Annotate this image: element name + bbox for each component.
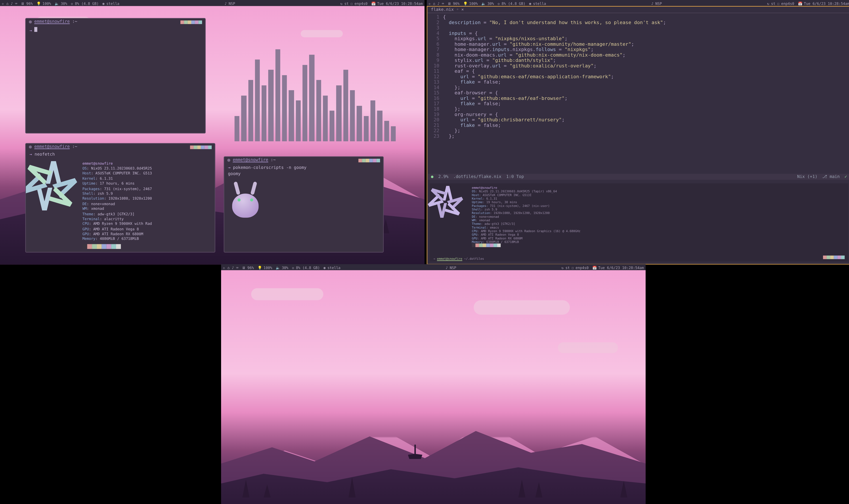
- prompt-arrow-icon: →: [30, 28, 35, 33]
- hostname-widget: ◉ stella: [323, 265, 341, 269]
- network-widget: ↻st ☐enp4s0: [561, 265, 589, 269]
- neofetch-header: emmet@snowfire: [472, 186, 580, 189]
- workspace-switcher[interactable]: ⟐ ⌂ ♪ ⌨: [223, 265, 238, 269]
- cursor-pos: 1:0 Top: [506, 175, 524, 179]
- cpu-widget: 🖥 96%: [242, 265, 254, 269]
- color-swatches: [83, 244, 152, 249]
- command-text: pokemon-colorscripts -n goomy: [233, 165, 306, 170]
- screenshot-editor: ⟐ ⌂ ♪ ⌨ 🖥 96% 💡 100% 🔈 30% ◇ 8% (4.8 GB)…: [427, 0, 849, 265]
- screenshot-desktop-clean: ⟐ ⌂ ♪ ⌨ 🖥 96% 💡 100% 🔈 30% ◇ 8% (4.8 GB)…: [221, 264, 646, 504]
- window-dot-icon: [29, 21, 32, 24]
- media-widget[interactable]: ♪ NSP: [446, 265, 456, 269]
- neofetch-info-embedded: OS: NixOS 23.11.20230603.0d45R25 (Tapir)…: [472, 190, 580, 244]
- color-swatches: [472, 244, 580, 247]
- cursor[interactable]: [35, 27, 38, 32]
- editor-statusline: ● 2.9% .dotfiles/flake.nix 1:0 Top Nix (…: [427, 174, 849, 180]
- nixos-logo-icon: [432, 186, 463, 217]
- palette-icon: [180, 20, 202, 24]
- git-branch: ⎇ main: [822, 175, 840, 179]
- hostname-widget: ◉ stella: [102, 1, 120, 5]
- palette-icon: [190, 145, 212, 149]
- embedded-prompt[interactable]: → emmet@snowfire ~/.dotfiles: [433, 257, 484, 260]
- cpu-widget: 🖥 96%: [448, 1, 459, 5]
- file-path: .dotfiles/flake.nix: [453, 175, 502, 179]
- terminal-neofetch[interactable]: emmet@snowfire:~ → neofetch emmet@snowfi…: [25, 143, 215, 252]
- command-text: neofetch: [35, 152, 55, 157]
- network-widget: ↻st ☐enp4s0: [767, 1, 794, 5]
- language-mode: Nix (+1): [797, 175, 817, 179]
- palette-icon: [358, 159, 380, 162]
- status-bar[interactable]: ⟐ ⌂ ♪ ⌨ 🖥 96% 💡 100% 🔈 30% ◇ 8% (4.8 GB)…: [427, 0, 849, 6]
- audio-visualizer: [235, 36, 396, 141]
- media-widget[interactable]: ♪ NSP: [651, 1, 662, 5]
- scroll-pct: 2.9%: [438, 175, 448, 179]
- clock-widget: 📅 Tue 6/6/23 10:28:54am: [592, 265, 644, 269]
- volume-widget[interactable]: 🔈 30%: [481, 1, 494, 5]
- battery-widget: 💡 100%: [463, 1, 478, 5]
- output-text: goomy: [228, 171, 240, 176]
- editor-window[interactable]: flake.nix ◦ × 1{2 description = "No, I d…: [427, 6, 849, 265]
- check-icon: ✓: [845, 175, 847, 179]
- editor-content[interactable]: 1{2 description = "No, I don't understan…: [427, 13, 849, 139]
- memory-widget: ◇ 8% (4.8 GB): [292, 265, 320, 269]
- neofetch-info: emmet@snowfire OS: NixOS 23.11.20230603.…: [83, 161, 152, 249]
- terminal-pokemon[interactable]: emmet@snowfire:~ → pokemon-colorscripts …: [224, 156, 384, 252]
- editor-tab[interactable]: flake.nix ◦ ×: [427, 7, 849, 13]
- media-widget[interactable]: ♪ NSP: [224, 1, 235, 5]
- volume-widget[interactable]: 🔈 30%: [55, 1, 67, 5]
- palette-icon: [823, 255, 845, 259]
- volume-widget[interactable]: 🔈 30%: [276, 265, 288, 269]
- status-bar[interactable]: ⟐ ⌂ ♪ ⌨ 🖥 96% 💡 100% 🔈 30% ◇ 8% (4.8 GB)…: [221, 264, 646, 270]
- cpu-widget: 🖥 96%: [21, 1, 33, 5]
- wallpaper: [221, 270, 646, 504]
- status-bar[interactable]: ⟐ ⌂ ♪ ⌨ 🖥 96% 💡 100% 🔈 30% ◇ 8% (4.8 GB)…: [0, 0, 424, 6]
- memory-widget: ◇ 8% (4.8 GB): [71, 1, 98, 5]
- memory-widget: ◇ 8% (4.8 GB): [498, 1, 525, 5]
- network-widget: ↻st ☐enp4s0: [340, 1, 367, 5]
- prompt-arrow-icon: →: [30, 152, 35, 157]
- battery-widget: 💡 100%: [36, 1, 51, 5]
- goomy-sprite: [230, 182, 260, 218]
- workspace-switcher[interactable]: ⟐ ⌂ ♪ ⌨: [429, 1, 444, 5]
- workspace-switcher[interactable]: ⟐ ⌂ ♪ ⌨: [2, 1, 17, 5]
- prompt-arrow-icon: →: [228, 165, 233, 170]
- window-dot-icon: [29, 146, 32, 149]
- window-dot-icon: [227, 159, 230, 162]
- clock-widget: 📅 Tue 6/6/23 10:28:54am: [798, 1, 849, 5]
- screenshot-desktop-terminals: ⟐ ⌂ ♪ ⌨ 🖥 96% 💡 100% 🔈 30% ◇ 8% (4.8 GB)…: [0, 0, 424, 265]
- embedded-terminal[interactable]: emmet@snowfire OS: NixOS 23.11.20230603.…: [430, 183, 848, 262]
- mode-indicator: ●: [431, 175, 433, 179]
- nixos-logo-icon: [30, 161, 78, 209]
- battery-widget: 💡 100%: [257, 265, 272, 269]
- clock-widget: 📅 Tue 6/6/23 10:28:54am: [371, 1, 423, 5]
- terminal-empty[interactable]: emmet@snowfire:~ →: [25, 18, 205, 133]
- hostname-widget: ◉ stella: [529, 1, 546, 5]
